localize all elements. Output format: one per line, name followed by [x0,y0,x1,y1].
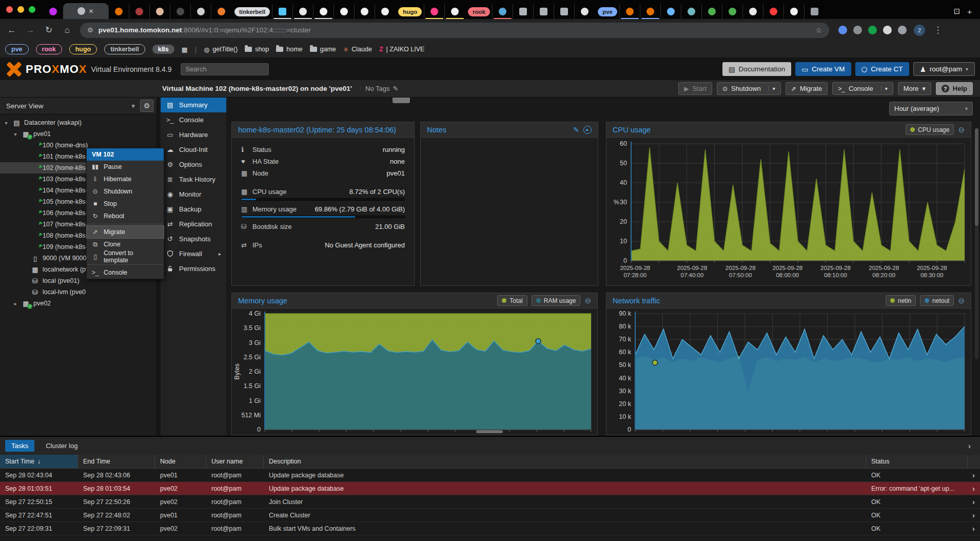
vm-menu-snapshots[interactable]: ↺Snapshots [161,231,226,246]
browser-profile-avatar[interactable]: 2 [914,25,925,36]
context-menu-reboot[interactable]: ↻Reboot [87,210,164,222]
browser-tab[interactable] [444,4,465,19]
collapse-icon[interactable]: ▾ [3,120,9,126]
task-row[interactable]: Sep 28 02:43:04Sep 28 02:43:06pve01root@… [0,469,980,482]
browser-tab[interactable] [424,4,444,19]
vm-menu-summary[interactable]: ▤Summary [161,98,226,112]
browser-menu-icon[interactable]: ⋮ [932,25,944,35]
tab-cluster-log[interactable]: Cluster log [40,440,84,452]
edit-tags-icon[interactable]: ✎ [393,85,399,92]
browser-tab[interactable] [129,4,149,19]
context-menu-clone[interactable]: ⧉Clone [87,238,164,250]
scrollbar-grip[interactable] [393,98,410,103]
documentation-button[interactable]: ▤ Documentation [722,62,792,76]
migrate-button[interactable]: ⇗Migrate [786,82,828,95]
tree-settings-button[interactable]: ⚙ [140,100,153,112]
tab-tasks[interactable]: Tasks [5,440,34,452]
browser-tab[interactable] [533,4,554,19]
extension-icon[interactable] [898,26,907,34]
horizontal-scrollbar[interactable] [476,430,503,433]
browser-tab[interactable] [681,4,701,19]
vm-menu-task-history[interactable]: ≣Task History [161,172,226,187]
back-icon[interactable]: ← [6,25,17,35]
collapse-icon[interactable]: ▾ [12,131,18,137]
timeframe-select[interactable]: Hour (average) ▾ [889,102,973,115]
context-menu-shutdown[interactable]: ⊙Shutdown [87,185,164,198]
bookmark-apps-grid-icon[interactable]: ▦ [182,46,188,53]
legend-netin[interactable]: netin [886,295,916,306]
column-header-start-time[interactable]: Start Time↓ [0,455,78,468]
new-tab-button[interactable]: + [967,7,972,16]
close-tab-icon[interactable]: ✕ [88,8,93,15]
vm-menu-cloud-init[interactable]: ☁Cloud-Init [161,142,226,157]
browser-tab[interactable] [660,4,681,19]
bookmark-star-icon[interactable]: ☆ [815,26,822,34]
bookmark-group-pve[interactable]: pve [5,44,29,54]
expand-icon[interactable]: ▸ [12,301,18,306]
collapse-chart-icon[interactable]: ⊖ [958,125,965,134]
chevron-down-icon[interactable]: ▾ [769,86,775,91]
expand-notes-icon[interactable]: ▸ [583,126,592,134]
task-row[interactable]: Sep 28 01:03:51Sep 28 01:03:54pve02root@… [0,482,980,495]
tab-group-label-hugo[interactable]: hugo [398,7,422,16]
column-header-status[interactable]: Status [866,455,968,468]
browser-tab[interactable] [783,4,804,19]
help-button[interactable]: ?Help [936,82,973,95]
tab-stack-icon[interactable]: ⊡ [954,7,961,16]
browser-tab[interactable] [313,4,334,19]
minimize-window-icon[interactable] [17,6,24,13]
browser-tab[interactable] [354,4,375,19]
browser-tab[interactable] [513,4,533,19]
browser-tab[interactable] [334,4,354,19]
browser-tab[interactable] [804,4,825,19]
tree-item-Datacenter[interactable]: ▾▤Datacenter (wakapi) [0,117,156,128]
bookmark-game[interactable]: game [310,46,336,53]
legend-cpu-usage[interactable]: CPU usage [906,124,954,135]
collapse-chart-icon[interactable]: ⊖ [584,296,591,305]
create-ct-button[interactable]: ⬡ Create CT [855,62,909,76]
panel-chevron-icon[interactable]: › [968,441,975,450]
tab-group-label-tinkerbell[interactable]: tinkerbell [234,7,270,16]
browser-tab[interactable] [763,4,783,19]
active-tab[interactable]: ✕ [63,3,108,19]
browser-tab[interactable] [701,4,722,19]
bookmark-group-tinkerbell[interactable]: tinkerbell [104,44,145,54]
row-chevron-icon[interactable]: › [972,524,980,533]
shutdown-button[interactable]: ⊙Shutdown▾ [717,82,781,95]
context-menu-stop[interactable]: ■Stop [87,198,164,210]
column-header-end-time[interactable]: End Time [78,455,155,468]
context-menu-hibernate[interactable]: ⇩Hibernate [87,173,164,185]
task-row[interactable]: Sep 27 22:50:15Sep 27 22:50:26pve02root@… [0,495,980,509]
site-settings-icon[interactable]: ⚙ [87,26,93,34]
bookmark-gettitle-[interactable]: ◍getTitle() [204,46,238,53]
tree-item-pve01[interactable]: ▾▦✓pve01 [0,128,156,140]
extension-icon[interactable] [853,26,862,34]
vm-menu-hardware[interactable]: ▭Hardware [161,127,226,142]
browser-tab[interactable] [272,4,292,19]
vm-menu-backup[interactable]: ▣Backup [161,202,226,217]
bookmark--zaiko-live[interactable]: Z| ZAIKO LIVE [379,46,424,53]
vm-menu-firewall[interactable]: Firewall▸ [161,246,226,261]
extension-icon[interactable] [838,26,847,34]
browser-tab[interactable] [375,4,395,19]
chevron-down-icon[interactable]: ▾ [881,86,888,91]
more-button[interactable]: More ▾ [898,82,931,95]
tab-group-label-rook[interactable]: rook [468,7,490,16]
vm-menu-monitor[interactable]: ◉Monitor [161,187,226,202]
bookmark-home[interactable]: home [276,46,302,53]
browser-tab[interactable] [574,4,595,19]
home-icon[interactable]: ⌂ [62,25,73,35]
row-chevron-icon[interactable]: › [972,471,980,479]
tab-group-label-pve[interactable]: pve [598,7,617,16]
close-window-icon[interactable] [6,6,13,13]
browser-tab[interactable] [554,4,574,19]
create-vm-button[interactable]: ▭ Create VM [795,62,851,76]
forward-icon[interactable]: → [25,25,36,35]
zoom-window-icon[interactable] [29,6,35,13]
extension-icon[interactable] [883,26,892,34]
browser-tab[interactable] [108,4,129,19]
global-search-input[interactable] [181,63,269,75]
context-menu-migrate[interactable]: ⇗Migrate [87,226,164,238]
browser-tab[interactable] [190,4,211,19]
legend-netout[interactable]: netout [920,295,954,306]
